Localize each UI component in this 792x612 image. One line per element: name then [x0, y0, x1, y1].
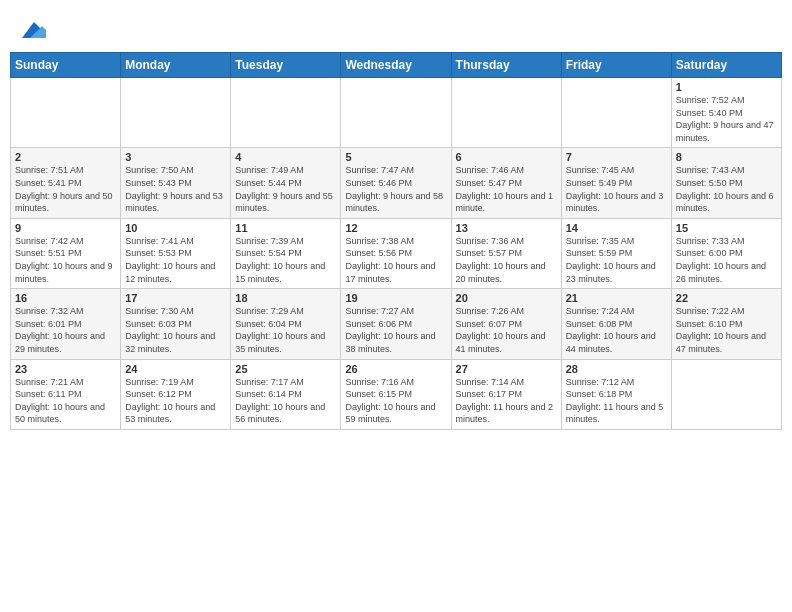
day-number: 13: [456, 222, 557, 234]
calendar-cell: 11Sunrise: 7:39 AM Sunset: 5:54 PM Dayli…: [231, 218, 341, 288]
calendar-cell: [671, 359, 781, 429]
weekday-header-friday: Friday: [561, 53, 671, 78]
day-number: 19: [345, 292, 446, 304]
calendar-cell: 6Sunrise: 7:46 AM Sunset: 5:47 PM Daylig…: [451, 148, 561, 218]
calendar-cell: 19Sunrise: 7:27 AM Sunset: 6:06 PM Dayli…: [341, 289, 451, 359]
day-info: Sunrise: 7:22 AM Sunset: 6:10 PM Dayligh…: [676, 305, 777, 355]
day-number: 22: [676, 292, 777, 304]
day-number: 12: [345, 222, 446, 234]
day-number: 9: [15, 222, 116, 234]
calendar-cell: 22Sunrise: 7:22 AM Sunset: 6:10 PM Dayli…: [671, 289, 781, 359]
calendar-cell: 4Sunrise: 7:49 AM Sunset: 5:44 PM Daylig…: [231, 148, 341, 218]
day-number: 15: [676, 222, 777, 234]
day-number: 20: [456, 292, 557, 304]
day-number: 25: [235, 363, 336, 375]
day-info: Sunrise: 7:45 AM Sunset: 5:49 PM Dayligh…: [566, 164, 667, 214]
day-number: 3: [125, 151, 226, 163]
calendar-cell: 2Sunrise: 7:51 AM Sunset: 5:41 PM Daylig…: [11, 148, 121, 218]
calendar-cell: [11, 78, 121, 148]
day-number: 28: [566, 363, 667, 375]
weekday-header-monday: Monday: [121, 53, 231, 78]
calendar-cell: 23Sunrise: 7:21 AM Sunset: 6:11 PM Dayli…: [11, 359, 121, 429]
calendar-cell: 10Sunrise: 7:41 AM Sunset: 5:53 PM Dayli…: [121, 218, 231, 288]
calendar-cell: 5Sunrise: 7:47 AM Sunset: 5:46 PM Daylig…: [341, 148, 451, 218]
day-info: Sunrise: 7:46 AM Sunset: 5:47 PM Dayligh…: [456, 164, 557, 214]
day-info: Sunrise: 7:33 AM Sunset: 6:00 PM Dayligh…: [676, 235, 777, 285]
day-number: 23: [15, 363, 116, 375]
day-number: 1: [676, 81, 777, 93]
calendar-cell: 21Sunrise: 7:24 AM Sunset: 6:08 PM Dayli…: [561, 289, 671, 359]
day-info: Sunrise: 7:43 AM Sunset: 5:50 PM Dayligh…: [676, 164, 777, 214]
day-number: 26: [345, 363, 446, 375]
logo-icon: [14, 14, 46, 46]
day-info: Sunrise: 7:19 AM Sunset: 6:12 PM Dayligh…: [125, 376, 226, 426]
day-info: Sunrise: 7:51 AM Sunset: 5:41 PM Dayligh…: [15, 164, 116, 214]
day-number: 8: [676, 151, 777, 163]
calendar-cell: 3Sunrise: 7:50 AM Sunset: 5:43 PM Daylig…: [121, 148, 231, 218]
weekday-header-wednesday: Wednesday: [341, 53, 451, 78]
day-number: 21: [566, 292, 667, 304]
weekday-header-saturday: Saturday: [671, 53, 781, 78]
calendar-cell: 12Sunrise: 7:38 AM Sunset: 5:56 PM Dayli…: [341, 218, 451, 288]
calendar-cell: 14Sunrise: 7:35 AM Sunset: 5:59 PM Dayli…: [561, 218, 671, 288]
day-info: Sunrise: 7:12 AM Sunset: 6:18 PM Dayligh…: [566, 376, 667, 426]
day-number: 10: [125, 222, 226, 234]
calendar-cell: 7Sunrise: 7:45 AM Sunset: 5:49 PM Daylig…: [561, 148, 671, 218]
day-number: 5: [345, 151, 446, 163]
calendar-cell: 1Sunrise: 7:52 AM Sunset: 5:40 PM Daylig…: [671, 78, 781, 148]
day-info: Sunrise: 7:49 AM Sunset: 5:44 PM Dayligh…: [235, 164, 336, 214]
day-number: 24: [125, 363, 226, 375]
calendar-cell: 16Sunrise: 7:32 AM Sunset: 6:01 PM Dayli…: [11, 289, 121, 359]
day-info: Sunrise: 7:32 AM Sunset: 6:01 PM Dayligh…: [15, 305, 116, 355]
calendar-week-row: 2Sunrise: 7:51 AM Sunset: 5:41 PM Daylig…: [11, 148, 782, 218]
calendar-header-row: SundayMondayTuesdayWednesdayThursdayFrid…: [11, 53, 782, 78]
weekday-header-tuesday: Tuesday: [231, 53, 341, 78]
day-number: 17: [125, 292, 226, 304]
calendar-cell: 27Sunrise: 7:14 AM Sunset: 6:17 PM Dayli…: [451, 359, 561, 429]
day-info: Sunrise: 7:21 AM Sunset: 6:11 PM Dayligh…: [15, 376, 116, 426]
day-info: Sunrise: 7:27 AM Sunset: 6:06 PM Dayligh…: [345, 305, 446, 355]
day-number: 14: [566, 222, 667, 234]
day-number: 7: [566, 151, 667, 163]
logo: [10, 14, 46, 46]
day-info: Sunrise: 7:39 AM Sunset: 5:54 PM Dayligh…: [235, 235, 336, 285]
day-number: 11: [235, 222, 336, 234]
page-header: [10, 10, 782, 46]
calendar-table: SundayMondayTuesdayWednesdayThursdayFrid…: [10, 52, 782, 430]
calendar-cell: 13Sunrise: 7:36 AM Sunset: 5:57 PM Dayli…: [451, 218, 561, 288]
weekday-header-thursday: Thursday: [451, 53, 561, 78]
day-number: 16: [15, 292, 116, 304]
calendar-cell: 28Sunrise: 7:12 AM Sunset: 6:18 PM Dayli…: [561, 359, 671, 429]
day-info: Sunrise: 7:17 AM Sunset: 6:14 PM Dayligh…: [235, 376, 336, 426]
calendar-week-row: 1Sunrise: 7:52 AM Sunset: 5:40 PM Daylig…: [11, 78, 782, 148]
calendar-cell: 25Sunrise: 7:17 AM Sunset: 6:14 PM Dayli…: [231, 359, 341, 429]
day-info: Sunrise: 7:14 AM Sunset: 6:17 PM Dayligh…: [456, 376, 557, 426]
calendar-cell: 15Sunrise: 7:33 AM Sunset: 6:00 PM Dayli…: [671, 218, 781, 288]
day-number: 6: [456, 151, 557, 163]
calendar-week-row: 16Sunrise: 7:32 AM Sunset: 6:01 PM Dayli…: [11, 289, 782, 359]
calendar-cell: [231, 78, 341, 148]
day-info: Sunrise: 7:47 AM Sunset: 5:46 PM Dayligh…: [345, 164, 446, 214]
day-info: Sunrise: 7:29 AM Sunset: 6:04 PM Dayligh…: [235, 305, 336, 355]
calendar-cell: [121, 78, 231, 148]
calendar-cell: 18Sunrise: 7:29 AM Sunset: 6:04 PM Dayli…: [231, 289, 341, 359]
calendar-cell: [561, 78, 671, 148]
calendar-cell: 20Sunrise: 7:26 AM Sunset: 6:07 PM Dayli…: [451, 289, 561, 359]
calendar-cell: 9Sunrise: 7:42 AM Sunset: 5:51 PM Daylig…: [11, 218, 121, 288]
calendar-week-row: 9Sunrise: 7:42 AM Sunset: 5:51 PM Daylig…: [11, 218, 782, 288]
calendar-cell: [341, 78, 451, 148]
day-number: 4: [235, 151, 336, 163]
day-info: Sunrise: 7:16 AM Sunset: 6:15 PM Dayligh…: [345, 376, 446, 426]
calendar-cell: 26Sunrise: 7:16 AM Sunset: 6:15 PM Dayli…: [341, 359, 451, 429]
day-number: 18: [235, 292, 336, 304]
day-info: Sunrise: 7:50 AM Sunset: 5:43 PM Dayligh…: [125, 164, 226, 214]
calendar-cell: 8Sunrise: 7:43 AM Sunset: 5:50 PM Daylig…: [671, 148, 781, 218]
day-info: Sunrise: 7:42 AM Sunset: 5:51 PM Dayligh…: [15, 235, 116, 285]
day-info: Sunrise: 7:41 AM Sunset: 5:53 PM Dayligh…: [125, 235, 226, 285]
day-info: Sunrise: 7:24 AM Sunset: 6:08 PM Dayligh…: [566, 305, 667, 355]
day-info: Sunrise: 7:38 AM Sunset: 5:56 PM Dayligh…: [345, 235, 446, 285]
calendar-cell: [451, 78, 561, 148]
day-number: 2: [15, 151, 116, 163]
weekday-header-sunday: Sunday: [11, 53, 121, 78]
day-number: 27: [456, 363, 557, 375]
